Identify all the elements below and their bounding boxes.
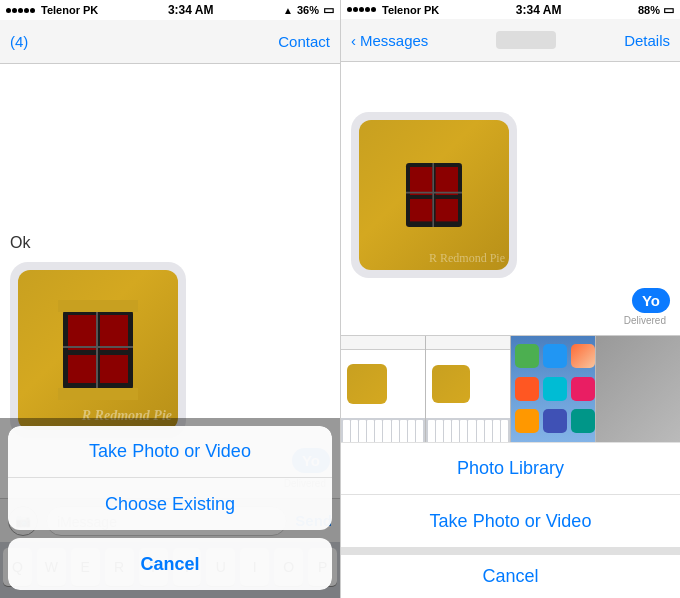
svg-rect-10 — [410, 167, 432, 195]
time-label: 3:34 AM — [168, 3, 214, 17]
right-carrier: Telenor PK — [382, 4, 439, 16]
mini-screen-1 — [341, 336, 425, 442]
battery-icon: ▭ — [323, 3, 334, 17]
right-panel: Telenor PK 3:34 AM 88% ▭ ‹ Messages Deta… — [340, 0, 680, 598]
action-sheet-group: Take Photo or Video Choose Existing — [8, 426, 332, 530]
messages-back-label: Messages — [360, 32, 428, 49]
right-battery-label: 88% — [638, 4, 660, 16]
mini-screen-2 — [426, 336, 510, 442]
mini-keyboard-1 — [341, 418, 425, 442]
app-icon-2 — [515, 377, 539, 401]
thumb-1[interactable] — [341, 336, 426, 442]
right-cancel-button[interactable]: Cancel — [341, 547, 680, 598]
ok-message: Ok — [10, 234, 30, 252]
right-take-photo-button[interactable]: Take Photo or Video — [341, 495, 680, 547]
svg-rect-7 — [58, 300, 138, 312]
app-icon-safari — [543, 344, 567, 368]
app-icon-6 — [515, 409, 539, 433]
camera-roll-strip — [341, 335, 680, 442]
right-nav-bar: ‹ Messages Details — [341, 19, 680, 62]
app-icon-photos — [571, 344, 595, 368]
left-status-bar: Telenor PK 3:34 AM ▲ 36% ▭ — [0, 0, 340, 20]
left-status-right: ▲ 36% ▭ — [283, 3, 334, 17]
app-icon-7 — [543, 409, 567, 433]
svg-rect-13 — [436, 199, 458, 221]
right-nav-back[interactable]: ‹ Messages — [351, 32, 428, 49]
right-battery-area: 88% ▭ — [638, 3, 674, 17]
photo-library-button[interactable]: Photo Library — [341, 443, 680, 495]
battery-label: 36% — [297, 4, 319, 16]
app-icon-4 — [571, 377, 595, 401]
left-status-left: Telenor PK — [6, 4, 98, 16]
right-status-bar: Telenor PK 3:34 AM 88% ▭ — [341, 0, 680, 19]
right-message-area: R Redmond Pie Yo Delivered — [341, 62, 680, 335]
signal-indicator — [6, 8, 35, 13]
action-sheet-overlay: Take Photo or Video Choose Existing Canc… — [0, 418, 340, 598]
left-nav-back[interactable]: (4) — [10, 33, 28, 50]
left-image-bubble: R Redmond Pie — [10, 262, 186, 438]
mini-keyboard-2 — [426, 418, 510, 442]
app-icon-3 — [543, 377, 567, 401]
location-icon: ▲ — [283, 5, 293, 16]
right-delivered: Delivered — [624, 315, 666, 326]
right-nav-title — [496, 31, 556, 49]
mini-content-1 — [341, 350, 425, 418]
back-chevron-icon: ‹ — [351, 32, 356, 49]
left-cancel-button[interactable]: Cancel — [8, 538, 332, 590]
svg-rect-11 — [436, 167, 458, 195]
svg-rect-8 — [58, 388, 138, 400]
app-icon-messages — [515, 344, 539, 368]
mini-nav-2 — [426, 336, 510, 350]
mini-bubble-1 — [347, 364, 387, 404]
app-icon-8 — [571, 409, 595, 433]
dot3 — [18, 8, 23, 13]
window-illustration — [58, 300, 138, 400]
right-image-bubble: R Redmond Pie — [351, 112, 517, 278]
svg-rect-12 — [410, 199, 432, 221]
mini-bubble-2 — [432, 365, 470, 403]
thumb-3[interactable] — [511, 336, 596, 442]
right-status-left: Telenor PK — [347, 4, 439, 16]
right-time: 3:34 AM — [516, 3, 562, 17]
right-window-illustration — [394, 155, 474, 235]
thumb-2[interactable] — [426, 336, 511, 442]
details-button[interactable]: Details — [624, 32, 670, 49]
right-signal — [347, 7, 376, 12]
dot2 — [12, 8, 17, 13]
left-panel: Telenor PK 3:34 AM ▲ 36% ▭ (4) Contact O… — [0, 0, 340, 598]
thumb-4[interactable] — [596, 336, 680, 442]
action-sheet: Take Photo or Video Choose Existing Canc… — [8, 426, 332, 590]
mini-content-2 — [426, 350, 510, 418]
dot5 — [30, 8, 35, 13]
carrier-label: Telenor PK — [41, 4, 98, 16]
right-bubble-img: R Redmond Pie — [359, 120, 509, 270]
left-bubble-image: R Redmond Pie — [18, 270, 178, 430]
blurred-thumb — [596, 336, 680, 442]
choose-existing-button[interactable]: Choose Existing — [8, 478, 332, 530]
right-action-list: Photo Library Take Photo or Video — [341, 442, 680, 547]
svg-rect-3 — [68, 355, 96, 383]
ios-home-screen — [511, 336, 595, 442]
right-watermark: R Redmond Pie — [429, 251, 505, 266]
left-nav-contact[interactable]: Contact — [278, 33, 330, 50]
svg-rect-1 — [68, 315, 96, 350]
svg-rect-4 — [100, 355, 128, 383]
mini-nav-1 — [341, 336, 425, 350]
svg-rect-2 — [100, 315, 128, 350]
dot1 — [6, 8, 11, 13]
dot4 — [24, 8, 29, 13]
take-photo-video-button[interactable]: Take Photo or Video — [8, 426, 332, 478]
right-battery-icon: ▭ — [663, 3, 674, 17]
left-nav-bar: (4) Contact — [0, 20, 340, 64]
right-yo-message: Yo — [632, 288, 670, 313]
